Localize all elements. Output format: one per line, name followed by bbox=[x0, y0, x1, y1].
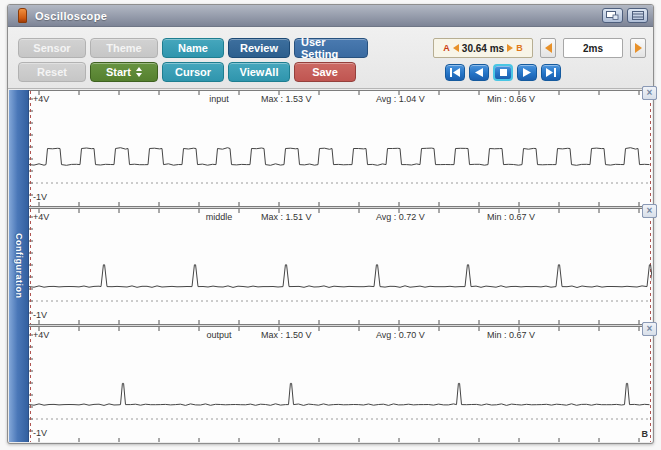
waveform-panel-1: +4V middle Max : 1.51 V Avg : 0.72 V Min… bbox=[29, 208, 652, 325]
title-bar[interactable]: Oscilloscope bbox=[8, 5, 653, 27]
start-spinner-icon bbox=[136, 67, 142, 77]
toolbar: Sensor Theme Name Review User Setting Re… bbox=[8, 27, 653, 89]
time-controls: A 30.64 ms B 2ms bbox=[433, 38, 646, 58]
y-max-label: +4V bbox=[33, 212, 49, 222]
window-layout-button[interactable] bbox=[627, 8, 648, 23]
avg-readout: Avg : 0.70 V bbox=[376, 330, 425, 340]
waveform-panel-0: +4V input Max : 1.53 V Avg : 1.04 V Min … bbox=[29, 90, 652, 207]
step-forward-button[interactable] bbox=[517, 64, 537, 81]
ab-time-readout: A 30.64 ms B bbox=[433, 38, 533, 58]
min-readout: Min : 0.67 V bbox=[487, 330, 535, 340]
close-channel-button[interactable]: × bbox=[642, 86, 657, 100]
name-button[interactable]: Name bbox=[162, 38, 224, 58]
y-min-label: -1V bbox=[33, 428, 47, 438]
playback-controls bbox=[445, 64, 561, 81]
scope-content: Configuration +4V input Max : 1.53 V Avg… bbox=[9, 90, 652, 442]
panel-header: +4V middle Max : 1.51 V Avg : 0.72 V Min… bbox=[29, 212, 652, 226]
skip-to-start-button[interactable] bbox=[445, 64, 465, 81]
cursor-b-marker: B bbox=[642, 429, 649, 439]
close-channel-button[interactable]: × bbox=[642, 204, 657, 218]
timebase-decrease-button[interactable] bbox=[540, 38, 556, 58]
oscilloscope-window: Oscilloscope Sensor Theme Name Review Us… bbox=[7, 4, 654, 444]
channel-name: middle bbox=[179, 212, 259, 222]
close-channel-button[interactable]: × bbox=[642, 322, 657, 336]
viewall-button[interactable]: ViewAll bbox=[228, 62, 290, 82]
cursor-button[interactable]: Cursor bbox=[162, 62, 224, 82]
sensor-button[interactable]: Sensor bbox=[18, 38, 86, 58]
panel-header: +4V output Max : 1.50 V Avg : 0.70 V Min… bbox=[29, 330, 652, 344]
cursor-a-tag: A bbox=[443, 43, 450, 53]
y-max-label: +4V bbox=[33, 330, 49, 340]
reset-button[interactable]: Reset bbox=[18, 62, 86, 82]
y-max-label: +4V bbox=[33, 94, 49, 104]
stop-icon bbox=[500, 69, 507, 76]
step-back-icon bbox=[475, 68, 483, 77]
y-min-label: -1V bbox=[33, 310, 47, 320]
avg-readout: Avg : 1.04 V bbox=[376, 94, 425, 104]
channel-name: output bbox=[179, 330, 259, 340]
review-button[interactable]: Review bbox=[228, 38, 290, 58]
ab-time-value: 30.64 ms bbox=[462, 43, 504, 54]
skip-end-icon bbox=[546, 68, 556, 77]
timebase-increase-button[interactable] bbox=[630, 38, 646, 58]
max-readout: Max : 1.50 V bbox=[261, 330, 312, 340]
step-forward-icon bbox=[523, 68, 531, 77]
skip-to-end-button[interactable] bbox=[541, 64, 561, 81]
left-arrow-icon bbox=[545, 43, 552, 53]
panel-header: +4V input Max : 1.53 V Avg : 1.04 V Min … bbox=[29, 94, 652, 108]
display-mode-button[interactable] bbox=[602, 8, 623, 23]
right-arrow-icon bbox=[635, 43, 642, 53]
start-button-label: Start bbox=[106, 66, 131, 78]
skip-start-icon bbox=[450, 68, 460, 77]
stop-button[interactable] bbox=[493, 64, 513, 81]
theme-button[interactable]: Theme bbox=[90, 38, 158, 58]
waveform-plot bbox=[29, 327, 652, 442]
configuration-tab[interactable]: Configuration bbox=[9, 90, 29, 442]
configuration-tab-label: Configuration bbox=[14, 233, 24, 299]
toolbar-row-1: Sensor Theme Name Review User Setting bbox=[18, 38, 368, 58]
cursor-b-arrow-icon bbox=[507, 44, 513, 52]
start-button[interactable]: Start bbox=[90, 62, 158, 82]
app-pin-icon bbox=[18, 8, 27, 23]
max-readout: Max : 1.51 V bbox=[261, 212, 312, 222]
min-readout: Min : 0.66 V bbox=[487, 94, 535, 104]
step-back-button[interactable] bbox=[469, 64, 489, 81]
save-button[interactable]: Save bbox=[294, 62, 356, 82]
avg-readout: Avg : 0.72 V bbox=[376, 212, 425, 222]
timebase-select[interactable]: 2ms bbox=[563, 38, 623, 58]
waveform-panel-2: +4V output Max : 1.50 V Avg : 0.70 V Min… bbox=[29, 326, 652, 442]
toolbar-row-2: Reset Start Cursor ViewAll Save bbox=[18, 62, 356, 82]
display-mode-icon bbox=[606, 11, 619, 20]
channel-name: input bbox=[179, 94, 259, 104]
waveform-panels: +4V input Max : 1.53 V Avg : 1.04 V Min … bbox=[29, 90, 652, 442]
cursor-b-tag: B bbox=[516, 43, 523, 53]
waveform-plot bbox=[29, 91, 652, 206]
min-readout: Min : 0.67 V bbox=[487, 212, 535, 222]
window-layout-icon bbox=[632, 11, 644, 20]
y-min-label: -1V bbox=[33, 192, 47, 202]
waveform-plot bbox=[29, 209, 652, 324]
user-setting-button[interactable]: User Setting bbox=[294, 38, 368, 58]
max-readout: Max : 1.53 V bbox=[261, 94, 312, 104]
window-title: Oscilloscope bbox=[35, 10, 598, 22]
cursor-a-arrow-icon bbox=[453, 44, 459, 52]
